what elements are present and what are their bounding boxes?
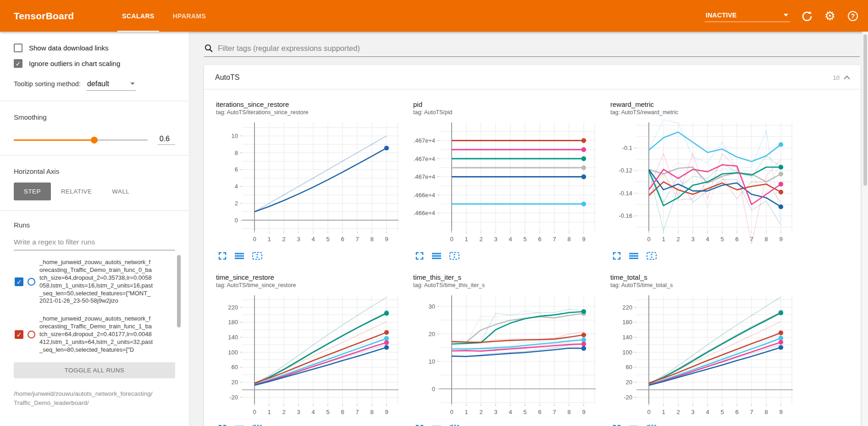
chart-plot-reward_metric[interactable]: -0.1-0.12-0.14-0.160123456789 xyxy=(610,118,796,249)
run-radio[interactable] xyxy=(28,331,35,338)
toggle-all-runs-button[interactable]: TOGGLE ALL RUNS xyxy=(14,362,175,378)
horizontal-lines-icon[interactable] xyxy=(629,251,639,260)
axis-button-wall[interactable]: WALL xyxy=(102,183,139,200)
y-tick-label: 2.467e+4 xyxy=(413,155,435,162)
chevron-up-icon[interactable] xyxy=(843,75,851,80)
axis-button-step[interactable]: STEP xyxy=(14,183,51,200)
series-raw-line xyxy=(649,154,781,244)
smoothing-value[interactable]: 0.6 xyxy=(158,135,175,145)
autots-card-header[interactable]: AutoTS 10 xyxy=(204,65,861,89)
tag-filter-input[interactable] xyxy=(218,44,860,53)
horizontal-lines-icon[interactable] xyxy=(431,424,442,426)
checkbox-unchecked-icon[interactable] xyxy=(14,44,22,52)
run-checkbox[interactable]: ✓ xyxy=(15,277,23,286)
x-tick-label: 3 xyxy=(494,409,497,415)
fullscreen-icon[interactable] xyxy=(415,251,424,260)
runs-scrollbar-thumb[interactable] xyxy=(177,255,181,327)
tab-hparams[interactable]: HPARAMS xyxy=(164,0,216,32)
smoothing-slider-thumb[interactable] xyxy=(91,137,98,144)
series-endpoint-dot xyxy=(384,330,389,335)
settings-gear-icon[interactable]: ⚙ xyxy=(824,10,836,22)
y-tick-label: 220 xyxy=(228,304,238,311)
app-title: TensorBoard xyxy=(14,11,74,22)
page-scrollbar-thumb[interactable] xyxy=(863,34,867,186)
y-tick-label: 180 xyxy=(622,319,632,326)
y-tick-label: 20 xyxy=(429,331,435,337)
fit-domain-icon[interactable] xyxy=(646,251,657,260)
chart-tag: tag: AutoTS/time_since_restore xyxy=(216,282,410,288)
x-tick-label: 3 xyxy=(297,409,300,415)
fit-domain-icon[interactable] xyxy=(252,424,263,426)
y-tick-label: 2.466e+4 xyxy=(413,192,435,199)
horizontal-lines-icon[interactable] xyxy=(431,251,442,260)
axis-button-relative[interactable]: RELATIVE xyxy=(51,183,102,200)
x-tick-label: 3 xyxy=(691,236,694,243)
chart-card-time_total_s: time_total_stag: AutoTS/time_total_s-202… xyxy=(610,273,805,426)
fullscreen-icon[interactable] xyxy=(218,251,227,260)
chart-title: time_total_s xyxy=(610,273,805,281)
chart-plot-iterations_since_restore[interactable]: 02468100123456789 xyxy=(216,118,401,249)
chart-plot-time_this_iter_s[interactable]: 01020300123456789 xyxy=(413,291,598,421)
help-icon[interactable]: ? xyxy=(847,10,859,22)
y-tick-label: 2 xyxy=(235,200,238,207)
tab-scalars[interactable]: SCALARS xyxy=(113,0,163,32)
x-tick-label: 6 xyxy=(341,409,344,415)
status-value: INACTIVE xyxy=(706,11,737,19)
y-tick-label: 140 xyxy=(228,334,238,341)
y-tick-label: 180 xyxy=(228,319,238,326)
fullscreen-icon[interactable] xyxy=(612,251,621,260)
x-tick-label: 6 xyxy=(538,409,541,415)
y-tick-label: 60 xyxy=(626,364,632,371)
fit-domain-icon[interactable] xyxy=(646,424,657,426)
fit-domain-icon[interactable] xyxy=(449,424,460,426)
checkbox-row[interactable]: ✓Ignore outliers in chart scaling xyxy=(14,59,175,68)
tooltip-sorting-dropdown[interactable]: default xyxy=(86,79,136,91)
chart-plot-time_since_restore[interactable]: -2020601001401802200123456789 xyxy=(216,291,401,421)
x-tick-label: 7 xyxy=(355,409,359,415)
fit-domain-icon[interactable] xyxy=(449,251,460,260)
horizontal-lines-icon[interactable] xyxy=(234,251,244,260)
settings-sidebar: Show data download links✓Ignore outliers… xyxy=(0,32,189,426)
x-tick-label: 2 xyxy=(676,409,680,415)
chart-tag: tag: AutoTS/iterations_since_restore xyxy=(216,109,410,116)
run-name: _home_junweid_zouwu_autots_network_forec… xyxy=(39,315,153,354)
charts-grid: iterations_since_restoretag: AutoTS/iter… xyxy=(204,89,861,426)
fullscreen-icon[interactable] xyxy=(612,424,621,426)
chart-plot-time_total_s[interactable]: -2020601001401802200123456789 xyxy=(610,291,796,421)
series-endpoint-dot xyxy=(779,336,783,340)
checkbox-row[interactable]: Show data download links xyxy=(14,44,175,52)
run-checkbox[interactable]: ✓ xyxy=(15,330,23,339)
horizontal-lines-icon[interactable] xyxy=(629,424,639,426)
y-tick-label: -0.12 xyxy=(619,167,632,174)
fit-domain-icon[interactable] xyxy=(252,251,263,260)
fullscreen-icon[interactable] xyxy=(218,424,227,426)
chevron-down-icon xyxy=(130,83,135,85)
run-radio[interactable] xyxy=(28,278,35,286)
series-endpoint-dot xyxy=(779,165,783,169)
page-scrollbar[interactable] xyxy=(862,32,868,426)
section-title: AutoTS xyxy=(215,73,239,82)
chart-card-time_since_restore: time_since_restoretag: AutoTS/time_since… xyxy=(216,273,410,426)
checkbox-label: Show data download links xyxy=(29,44,108,52)
series-raw-line xyxy=(254,136,387,211)
checkbox-checked-icon[interactable]: ✓ xyxy=(14,59,22,68)
x-tick-label: 0 xyxy=(253,409,256,415)
x-tick-label: 0 xyxy=(450,236,453,243)
tooltip-sorting-value: default xyxy=(87,80,109,88)
x-tick-label: 3 xyxy=(691,409,694,415)
search-icon xyxy=(204,44,213,53)
x-tick-label: 7 xyxy=(553,409,556,415)
x-tick-label: 9 xyxy=(385,409,388,415)
series-endpoint-dot xyxy=(581,346,586,351)
y-tick-label: -0.14 xyxy=(619,190,632,197)
y-tick-label: 6 xyxy=(235,166,238,173)
chart-actions xyxy=(216,424,410,426)
refresh-icon[interactable] xyxy=(801,10,813,22)
runs-filter-input[interactable] xyxy=(14,235,175,250)
x-tick-label: 3 xyxy=(494,236,497,243)
fullscreen-icon[interactable] xyxy=(415,424,424,426)
horizontal-lines-icon[interactable] xyxy=(234,424,244,426)
smoothing-slider[interactable] xyxy=(14,139,148,141)
status-dropdown[interactable]: INACTIVE xyxy=(705,10,790,22)
chart-plot-pid[interactable]: 2.467e+42.467e+42.467e+42.466e+42.466e+4… xyxy=(413,118,598,249)
